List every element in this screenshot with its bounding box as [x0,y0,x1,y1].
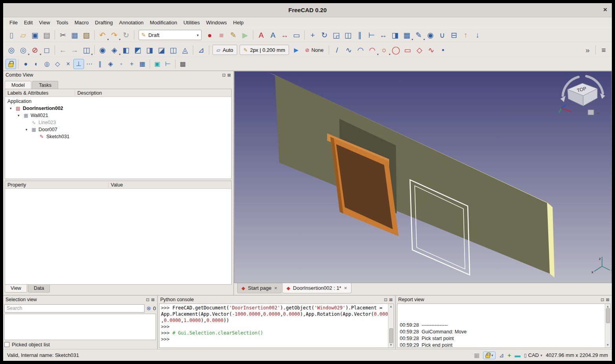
tree-item-sketch031[interactable]: ✎ Sketch031 [5,133,231,140]
snap-dimensions-button[interactable]: ⊢ [163,59,173,69]
draft-split-button[interactable]: ⊟ [448,29,460,41]
menu-item[interactable]: Macro [71,18,92,27]
menu-item[interactable]: Edit [21,18,36,27]
left-view-button[interactable]: ◬ [179,44,191,56]
draft-clone-button[interactable]: ◨ [389,29,401,41]
draft-subelement-button[interactable]: ◉ [425,29,436,41]
expand-arrow-icon[interactable]: ▾ [18,113,21,117]
scroll-down-icon[interactable]: ▼ [606,343,610,348]
column-labels-attributes[interactable]: Labels & Attributes [5,90,75,96]
tab-data[interactable]: Data [28,285,50,293]
autogroup-none-indicator[interactable]: ⊘ None [302,47,327,53]
macro-record-button[interactable]: ● [204,29,216,41]
scroll-down-icon[interactable]: ▼ [390,343,393,348]
draft-join-button[interactable]: ∪ [436,29,448,41]
fit-all-button[interactable]: ◎ [5,44,17,56]
snap-lock-button[interactable] [5,59,16,69]
draft-trimex-button[interactable]: ⊢ [366,29,377,41]
tab-model[interactable]: Model [5,81,31,89]
bottom-view-button[interactable]: ◫ [167,44,179,56]
box-selection-button[interactable]: ◻ [41,44,53,56]
snap-angle-button[interactable]: ◇ [52,59,63,69]
paste-button[interactable]: ▧ [81,29,92,41]
draft-apply-style-button[interactable]: ► [290,44,302,56]
menu-item[interactable]: View [36,18,53,27]
rear-view-button[interactable]: ◪ [156,44,167,56]
menu-item[interactable]: Modification [147,18,180,27]
snap-lock-status-button[interactable]: ▾ [483,351,496,359]
axonometric-view-button[interactable]: ◈ [108,44,120,56]
menu-item[interactable]: File [6,18,21,27]
grid-snap-icon[interactable]: ▦ [474,352,480,359]
snap-parallel-button[interactable]: ∥ [95,59,105,69]
tree-item-line023[interactable]: ∿ Line023 [5,119,231,126]
tab-doorinsertion002[interactable]: ◆ DoorInsertion002 : 1* × [282,283,351,293]
snap-intersection-button[interactable]: × [63,59,73,69]
draft-text-button[interactable]: A [255,29,267,41]
draft-point-button[interactable]: • [437,44,449,56]
snap-ortho-button[interactable]: + [126,59,137,69]
menu-item[interactable]: Windows [203,18,230,27]
scrollbar-thumb[interactable] [606,308,610,323]
copy-button[interactable]: ▦ [69,29,81,41]
console-scrollbar[interactable]: ▲ ▼ [388,304,394,348]
zoom-button[interactable]: ◎ [17,44,29,56]
draft-ellipse-button[interactable]: ◯ [390,44,402,56]
snap-endpoint-button[interactable]: ● [20,59,31,69]
draft-label-button[interactable]: ▭ [291,29,302,41]
snap-working-plane-button[interactable]: ▣ [152,59,163,69]
close-panel-icon[interactable]: ⊠ [389,298,393,302]
float-panel-icon[interactable]: ⊡ [384,298,388,302]
draft-scale-button[interactable]: ◲ [330,29,342,41]
draft-upgrade-button[interactable]: ↑ [460,29,472,41]
tab-view[interactable]: View [5,285,27,293]
close-panel-icon[interactable]: ⊠ [227,73,231,77]
nav-back-button[interactable]: ← [57,44,69,56]
close-tab-icon[interactable]: × [274,285,277,291]
top-view-button[interactable]: ◩ [132,44,144,56]
linked-view-button[interactable]: ◫ [81,44,92,56]
report-view-text[interactable]: 00:59:28 ----------------00:59:28 GuiCom… [397,302,605,348]
line-width-button[interactable]: ✎ 2px | 0.200 mm [240,45,289,55]
float-panel-icon[interactable]: ⊡ [146,298,150,302]
cut-button[interactable]: ✂ [57,29,69,41]
snap-perpendicular-button[interactable]: ⊥ [73,59,84,69]
plane-indicator-icon[interactable]: ▬ [514,352,520,359]
macro-stop-button[interactable]: ■ [216,29,227,41]
menu-item[interactable]: Annotation [116,18,146,27]
snap-grid-button[interactable]: ▦ [137,59,148,69]
open-file-button[interactable]: ▱ [17,29,29,41]
draft-polyline-button[interactable]: ∿ [343,44,355,56]
draft-stretch-button[interactable]: ↔ [377,29,389,41]
tab-start-page[interactable]: ◆ Start page × [237,283,282,293]
refresh-button[interactable]: ↻ [120,29,132,41]
draft-line-button[interactable]: / [331,44,343,56]
scroll-up-icon[interactable]: ▲ [390,304,393,308]
measure-button[interactable]: ⊿ [195,44,207,56]
save-button[interactable]: ▣ [29,29,41,41]
menu-item[interactable]: Help [230,18,247,27]
scrollbar-thumb[interactable] [389,328,393,343]
draft-array-button[interactable]: ▦ [401,29,413,41]
mini-cube-menu-icon[interactable] [588,110,594,115]
draft-rotate-button[interactable]: ↻ [318,29,330,41]
search-input[interactable] [4,304,145,313]
draft-fillet-button[interactable]: ◠ [355,44,366,56]
macro-edit-button[interactable]: ✎ [227,29,239,41]
draft-move-button[interactable]: + [307,29,318,41]
float-panel-icon[interactable]: ⊡ [222,73,226,77]
column-property[interactable]: Property [5,182,108,188]
toolbar-overflow-button[interactable]: » [582,44,593,56]
menu-item[interactable]: Utilities [180,18,203,27]
draft-mirror-button[interactable]: ◫ [342,29,354,41]
snap-center-button[interactable]: ◎ [42,59,52,69]
snap-auto-button[interactable]: ▱ Auto [212,45,237,55]
snap-near-button[interactable]: ◦ [116,59,126,69]
python-console-text[interactable]: >>> FreeCAD.getDocument('DoorInsertion00… [159,304,388,348]
expand-arrow-icon[interactable]: ▾ [26,128,29,132]
toggle-grid-button[interactable]: ▩ [178,59,188,69]
tree-item-door007[interactable]: ▾ ▦ Door007 [5,126,231,133]
clear-search-icon[interactable]: ⊗ [146,305,151,311]
redo-button[interactable]: ↷ [108,29,120,41]
add-icon[interactable]: + [507,352,511,359]
